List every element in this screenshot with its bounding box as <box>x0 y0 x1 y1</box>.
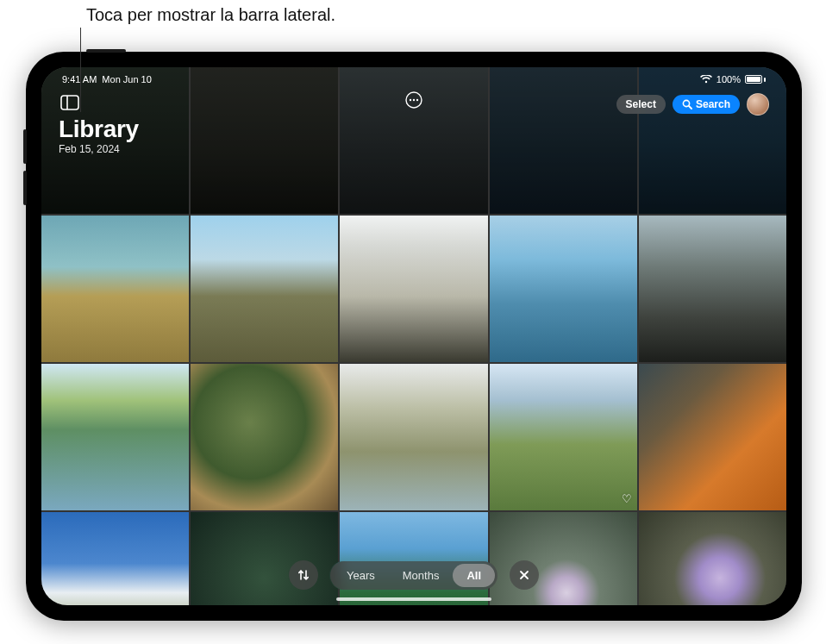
select-button[interactable]: Select <box>616 95 666 114</box>
show-sidebar-button[interactable] <box>59 93 81 112</box>
photo-thumbnail[interactable] <box>340 216 487 362</box>
search-button-label: Search <box>696 98 730 110</box>
ellipsis-circle-icon <box>405 91 422 109</box>
ipad-power-button <box>86 49 126 53</box>
photo-thumbnail[interactable] <box>41 512 189 605</box>
photo-thumbnail[interactable] <box>639 512 786 605</box>
library-header: Library Feb 15, 2024 Select <box>41 88 786 155</box>
select-button-label: Select <box>626 98 656 110</box>
ipad-screen: ♡ 9:41 AM Mon Jun 10 100% <box>41 67 786 605</box>
sort-button[interactable] <box>289 560 318 590</box>
sort-arrows-icon <box>297 568 310 582</box>
photo-thumbnail[interactable] <box>191 512 338 605</box>
close-overlay-button[interactable] <box>510 560 539 590</box>
ipad-volume-down <box>23 171 27 205</box>
svg-point-3 <box>410 99 411 101</box>
photo-thumbnail[interactable]: ♡ <box>490 364 637 510</box>
page-subtitle-date: Feb 15, 2024 <box>59 143 139 155</box>
ipad-volume-up <box>23 129 27 164</box>
favorite-heart-icon: ♡ <box>622 492 632 505</box>
photo-thumbnail[interactable] <box>639 216 786 362</box>
more-options-button[interactable] <box>402 88 426 112</box>
photo-thumbnail[interactable] <box>191 364 338 510</box>
magnifying-glass-icon <box>682 99 692 109</box>
segment-years[interactable]: Years <box>333 564 389 587</box>
photo-thumbnail[interactable] <box>490 216 637 362</box>
photo-thumbnail[interactable] <box>41 364 189 510</box>
profile-avatar-button[interactable] <box>747 93 769 116</box>
wifi-icon <box>700 75 712 84</box>
svg-rect-0 <box>61 96 78 109</box>
photo-thumbnail[interactable] <box>340 364 487 510</box>
sidebar-icon <box>60 95 79 110</box>
search-button[interactable]: Search <box>673 95 740 114</box>
svg-point-5 <box>416 99 418 101</box>
photo-thumbnail[interactable] <box>191 216 338 362</box>
segment-all[interactable]: All <box>453 564 495 587</box>
callout-text: Toca per mostrar la barra lateral. <box>86 5 335 25</box>
bottom-controls: Years Months All <box>289 560 539 590</box>
svg-point-4 <box>413 99 415 101</box>
status-bar: 9:41 AM Mon Jun 10 100% <box>41 71 786 88</box>
svg-line-7 <box>689 106 691 109</box>
view-segmented-control: Years Months All <box>330 561 497 590</box>
ipad-device-frame: ♡ 9:41 AM Mon Jun 10 100% <box>26 52 802 621</box>
battery-icon <box>745 75 766 84</box>
page-title: Library <box>59 116 139 143</box>
segment-months[interactable]: Months <box>389 564 454 587</box>
photo-thumbnail[interactable] <box>490 512 637 605</box>
close-icon <box>518 569 530 581</box>
battery-percent: 100% <box>716 74 741 84</box>
callout-leader-line <box>80 28 81 112</box>
status-date: Mon Jun 10 <box>102 74 151 84</box>
photo-thumbnail[interactable] <box>639 364 786 510</box>
photo-thumbnail[interactable] <box>340 512 487 605</box>
home-indicator[interactable] <box>336 597 491 601</box>
photo-thumbnail[interactable] <box>41 216 189 362</box>
